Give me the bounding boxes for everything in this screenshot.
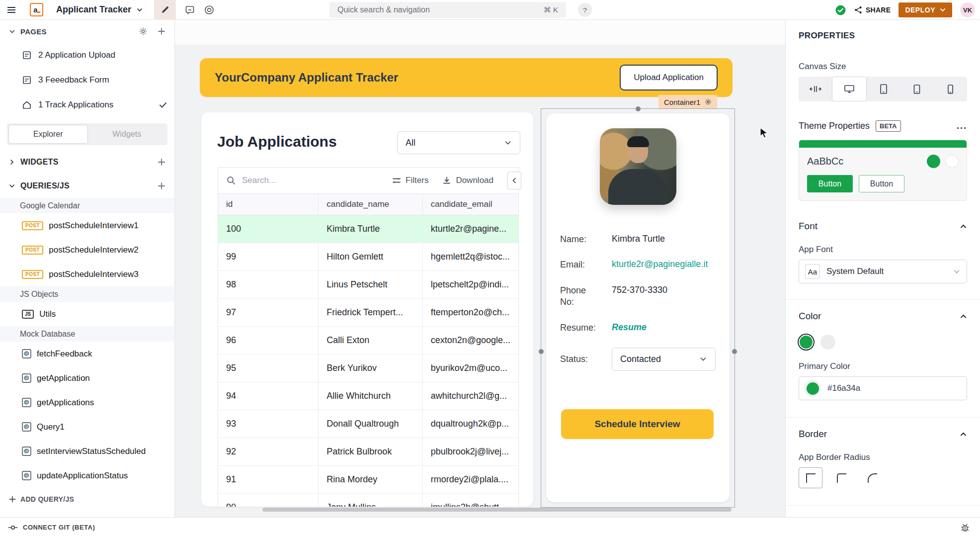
primary-color-input[interactable]: #16a34a	[799, 376, 967, 400]
cell-id[interactable]: 98	[218, 271, 319, 298]
table-row[interactable]: 98 Linus Petschelt lpetschelt2p@indi...	[218, 271, 518, 299]
resize-handle-left[interactable]	[539, 349, 544, 354]
queries-tree-header[interactable]: QUERIES/JS	[0, 174, 174, 198]
border-radius-large-button[interactable]	[860, 467, 884, 488]
db-query-item[interactable]: fetchFeedback	[0, 342, 174, 366]
app-name-chevron-icon[interactable]	[136, 6, 143, 13]
sidebar-page-track-applications[interactable]: 1 Track Applications	[0, 92, 174, 117]
deploy-chevron-icon[interactable]	[940, 7, 946, 13]
db-query-item[interactable]: setInterviewStatusScheduled	[0, 439, 174, 463]
comments-button[interactable]	[185, 5, 195, 15]
column-header-candidate-email[interactable]: candidate_email	[423, 194, 518, 215]
add-query-plus-icon[interactable]	[158, 182, 165, 190]
container1-selection-bounds[interactable]: Name: Kimbra Turtle Email: kturtle2r@pag…	[541, 108, 735, 508]
user-avatar[interactable]: VK	[960, 2, 975, 17]
cell-id[interactable]: 100	[218, 215, 319, 243]
table-row[interactable]: 90 Jany Mullins imullins2h@shutt...	[218, 494, 518, 507]
db-query-item[interactable]: getApplication	[0, 366, 174, 390]
table-collapse-button[interactable]	[507, 172, 521, 189]
primary-color-swatch[interactable]	[799, 335, 814, 350]
cell-candidate-name[interactable]: Rina Mordey	[319, 466, 422, 493]
resize-handle-right[interactable]	[732, 349, 737, 354]
cell-candidate-email[interactable]: hgemlett2q@istoc...	[423, 243, 518, 270]
cell-id[interactable]: 91	[218, 466, 319, 493]
connect-git-button[interactable]: CONNECT GIT (BETA)	[8, 524, 95, 531]
cell-candidate-email[interactable]: pbulbrook2j@livej...	[423, 438, 518, 465]
cell-candidate-name[interactable]: Linus Petschelt	[319, 271, 422, 298]
cell-candidate-name[interactable]: Patrick Bulbrook	[319, 438, 422, 465]
table-row[interactable]: 95 Berk Yurikov byurikov2m@uco...	[218, 355, 518, 382]
cell-candidate-email[interactable]: ftemperton2o@ch...	[423, 299, 518, 326]
table-row[interactable]: 92 Patrick Bulbrook pbulbrook2j@livej...	[218, 438, 518, 466]
table-row[interactable]: 100 Kimbra Turtle kturtle2r@pagine...	[218, 215, 518, 243]
db-query-item[interactable]: Query1	[0, 415, 174, 439]
add-widget-plus-icon[interactable]	[158, 158, 165, 166]
debug-bug-icon[interactable]	[960, 523, 970, 533]
status-select[interactable]: Contacted	[612, 348, 716, 371]
email-link[interactable]: kturtle2r@paginegialle.it	[612, 259, 708, 270]
cell-id[interactable]: 90	[218, 494, 319, 507]
hamburger-menu-icon[interactable]	[0, 0, 23, 20]
font-section-header[interactable]: Font	[799, 221, 967, 232]
deploy-button[interactable]: DEPLOY	[898, 2, 952, 17]
cell-candidate-email[interactable]: lpetschelt2p@indi...	[423, 271, 518, 298]
theme-menu-button[interactable]: ...	[957, 121, 967, 131]
db-query-item[interactable]: getApplications	[0, 390, 174, 415]
filters-button[interactable]: Filters	[392, 176, 428, 185]
schedule-interview-button[interactable]: Schedule Interview	[561, 409, 714, 439]
canvas-size-tablet-button[interactable]	[900, 77, 933, 101]
sidebar-page-application-upload[interactable]: 2 Application Upload	[0, 43, 174, 68]
add-query-js-button[interactable]: ADD QUERY/JS	[0, 488, 174, 511]
column-header-candidate-name[interactable]: candidate_name	[319, 194, 422, 215]
app-header-container[interactable]: YourCompany Applicant Tracker Upload App…	[200, 58, 733, 97]
sidebar-page-feedback-form[interactable]: 3 Feeedback Form	[0, 68, 174, 92]
table-row[interactable]: 93 Donall Qualtrough dqualtrough2k@p...	[218, 410, 518, 438]
pages-section-header[interactable]: PAGES	[0, 20, 174, 43]
widget-settings-gear-icon[interactable]	[705, 98, 712, 105]
widgets-tree-header[interactable]: WIDGETS	[0, 150, 174, 174]
border-radius-none-button[interactable]	[799, 467, 822, 488]
edit-mode-button[interactable]	[154, 0, 176, 20]
cell-id[interactable]: 96	[218, 327, 319, 354]
tab-widgets[interactable]: Widgets	[88, 125, 166, 144]
table-row[interactable]: 91 Rina Mordey rmordey2i@plala....	[218, 466, 518, 494]
canvas-size-phone-button[interactable]	[934, 77, 967, 101]
preview-mode-button[interactable]	[204, 4, 215, 15]
column-header-id[interactable]: id	[218, 194, 319, 215]
share-button[interactable]: SHARE	[854, 6, 891, 14]
cell-candidate-name[interactable]: Kimbra Turtle	[319, 215, 422, 243]
cell-candidate-email[interactable]: rmordey2i@plala....	[423, 466, 518, 493]
canvas-size-fluid-button[interactable]	[799, 77, 832, 101]
canvas-size-desktop-button[interactable]	[832, 77, 866, 101]
cell-candidate-name[interactable]: Donall Qualtrough	[319, 410, 422, 438]
background-color-swatch[interactable]	[820, 335, 835, 350]
cell-candidate-name[interactable]: Hilton Gemlett	[319, 243, 422, 270]
border-radius-medium-button[interactable]	[829, 467, 853, 488]
cell-candidate-name[interactable]: Friedrick Tempert...	[319, 299, 422, 326]
query-item[interactable]: POST postScheduleInterview1	[0, 213, 174, 238]
cell-candidate-email[interactable]: imullins2h@shutt...	[423, 494, 518, 507]
quick-search-input[interactable]: Quick search & navigation ⌘ K	[329, 2, 566, 18]
js-object-item[interactable]: JS Utils	[0, 302, 174, 326]
table-row[interactable]: 97 Friedrick Tempert... ftemperton2o@ch.…	[218, 299, 518, 327]
app-name[interactable]: Applicant Tracker	[56, 4, 131, 15]
table-row[interactable]: 99 Hilton Gemlett hgemlett2q@istoc...	[218, 243, 518, 271]
cell-candidate-name[interactable]: Calli Exton	[319, 327, 422, 354]
cell-id[interactable]: 99	[218, 243, 319, 270]
cell-candidate-email[interactable]: dqualtrough2k@p...	[423, 410, 518, 438]
upload-application-button[interactable]: Upload Application	[620, 65, 718, 90]
canvas-horizontal-scrollbar[interactable]	[262, 508, 732, 512]
query-item[interactable]: POST postScheduleInterview2	[0, 238, 174, 262]
db-query-item[interactable]: updateApplicationStatus	[0, 463, 174, 488]
cell-candidate-email[interactable]: cexton2n@google...	[423, 327, 518, 354]
cell-candidate-name[interactable]: Allie Whitchurch	[319, 382, 422, 410]
cell-id[interactable]: 97	[218, 299, 319, 326]
widget-name-tag[interactable]: Container1	[658, 95, 717, 109]
appsmith-logo[interactable]: a	[30, 3, 43, 16]
table-row[interactable]: 94 Allie Whitchurch awhitchurch2l@g...	[218, 382, 518, 410]
color-section-header[interactable]: Color	[799, 311, 967, 322]
border-section-header[interactable]: Border	[799, 429, 967, 440]
cell-candidate-name[interactable]: Berk Yurikov	[319, 355, 422, 382]
cell-id[interactable]: 95	[218, 355, 319, 382]
resize-handle-top[interactable]	[636, 106, 641, 111]
